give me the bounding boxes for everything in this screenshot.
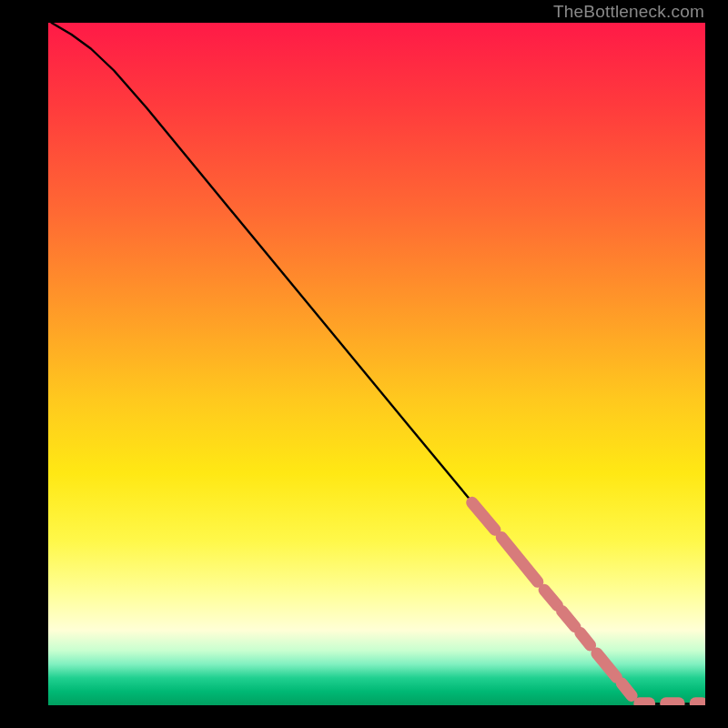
svg-line-4: [581, 633, 591, 646]
svg-line-1: [501, 538, 538, 582]
attribution-label: TheBottleneck.com: [553, 2, 704, 22]
svg-line-3: [562, 612, 575, 627]
chart-stage: TheBottleneck.com: [0, 0, 728, 728]
svg-line-6: [622, 683, 632, 696]
chart-svg: [48, 23, 705, 705]
overlay-dashed-line: [472, 502, 703, 703]
svg-line-5: [597, 653, 617, 677]
curve-line: [52, 23, 703, 704]
svg-line-2: [544, 590, 558, 605]
plot-area: [48, 23, 705, 705]
svg-line-0: [472, 502, 495, 530]
